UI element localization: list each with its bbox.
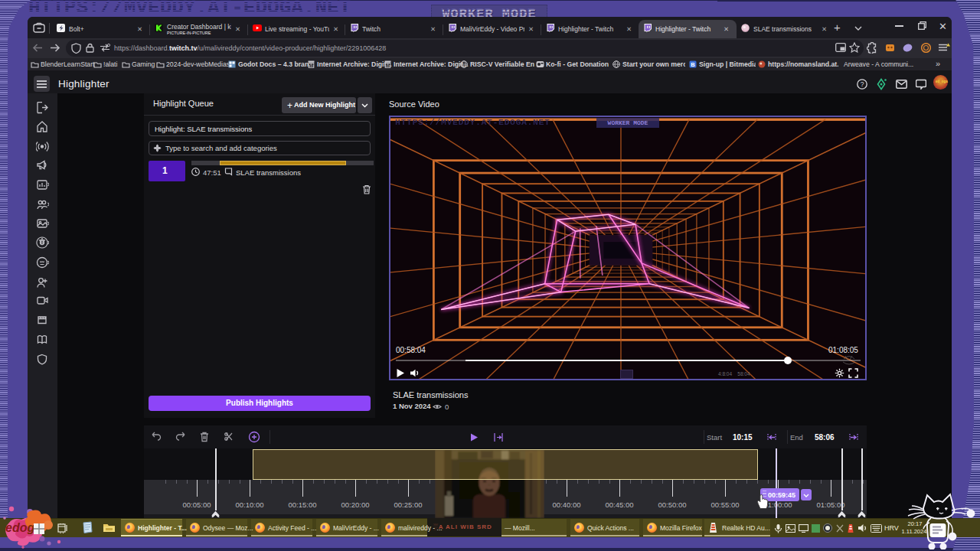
svg-text:?: ?: [861, 80, 864, 88]
svg-text:B: B: [691, 61, 695, 68]
